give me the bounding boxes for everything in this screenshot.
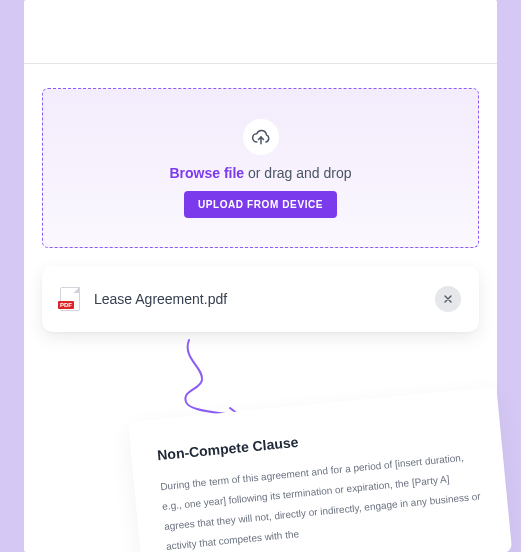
file-dropzone[interactable]: Browse file or drag and drop UPLOAD FROM… bbox=[42, 88, 479, 248]
dropzone-text: Browse file or drag and drop bbox=[169, 165, 351, 181]
clause-preview-card: Non-Compete Clause During the term of th… bbox=[128, 387, 512, 552]
clause-body: During the term of this agreement and fo… bbox=[159, 447, 483, 552]
dropzone-suffix: or drag and drop bbox=[244, 165, 351, 181]
remove-file-button[interactable] bbox=[435, 286, 461, 312]
file-name-label: Lease Agreement.pdf bbox=[94, 291, 421, 307]
pdf-badge: PDF bbox=[58, 301, 74, 309]
header-area bbox=[24, 0, 497, 64]
cloud-upload-icon bbox=[251, 127, 271, 147]
uploaded-file-card: PDF Lease Agreement.pdf bbox=[42, 266, 479, 332]
main-panel: Browse file or drag and drop UPLOAD FROM… bbox=[24, 0, 497, 552]
content-area: Browse file or drag and drop UPLOAD FROM… bbox=[24, 64, 497, 356]
browse-link[interactable]: Browse file bbox=[169, 165, 244, 181]
upload-icon-circle bbox=[243, 119, 279, 155]
close-icon bbox=[442, 293, 454, 305]
pdf-file-icon: PDF bbox=[60, 287, 80, 311]
upload-from-device-button[interactable]: UPLOAD FROM DEVICE bbox=[184, 191, 337, 218]
